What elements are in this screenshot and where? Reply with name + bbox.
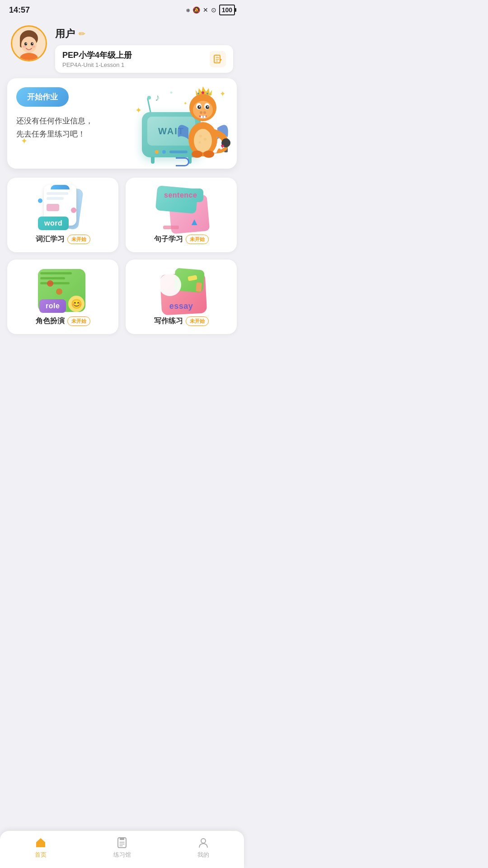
status-icons: ⎈ 🔕 ✕ ⊙ 100 xyxy=(186,5,235,15)
svg-point-4 xyxy=(24,42,27,46)
book-edit-icon[interactable] xyxy=(210,51,226,67)
book-title: PEP小学4年级上册 xyxy=(62,50,132,61)
svg-point-8 xyxy=(23,46,26,48)
svg-point-24 xyxy=(199,106,201,108)
sentence-card-illustration: sentence ▲ xyxy=(154,185,208,235)
essay-rect-2 xyxy=(196,283,202,292)
wave-line-1 xyxy=(40,272,72,274)
antenna-tip-left xyxy=(147,96,151,99)
profile-info: 用户 ✏ PEP小学4年级上册 PEP4A-Unit 1-Lesson 1 xyxy=(55,25,233,73)
sentence-label-text: 句子学习 xyxy=(154,235,183,244)
svg-point-32 xyxy=(194,129,212,152)
svg-point-9 xyxy=(32,46,35,48)
svg-point-25 xyxy=(207,106,209,108)
tv-btn-2 xyxy=(162,150,166,154)
wave-line-3 xyxy=(40,282,70,284)
vocabulary-status-badge: 未开始 xyxy=(67,235,90,244)
vocabulary-item[interactable]: word 词汇学习 未开始 xyxy=(7,178,118,252)
svg-rect-29 xyxy=(201,116,203,118)
essay-tag: essay xyxy=(154,302,208,311)
word-card-illustration: word xyxy=(36,185,90,235)
mute-icon: 🔕 xyxy=(192,6,200,14)
sentence-item[interactable]: sentence ▲ 句子学习 未开始 xyxy=(126,178,237,252)
tv-leg-left xyxy=(151,157,155,164)
username-row: 用户 ✏ xyxy=(55,27,233,41)
svg-point-35 xyxy=(192,151,202,158)
homework-no-info-text: 还没有任何作业信息，先去任务里练习吧！ xyxy=(16,115,116,141)
svg-point-7 xyxy=(32,43,33,44)
svg-rect-30 xyxy=(203,116,206,118)
svg-point-15 xyxy=(202,91,204,94)
status-bar: 14:57 ⎈ 🔕 ✕ ⊙ 100 xyxy=(0,0,244,18)
svg-point-28 xyxy=(203,111,206,114)
essay-label-text: 写作练习 xyxy=(154,316,183,326)
essay-circle xyxy=(159,274,181,296)
essay-label: 写作练习 未开始 xyxy=(154,316,209,326)
arrow-up: ▲ xyxy=(189,216,199,228)
essay-item[interactable]: essay 写作练习 未开始 xyxy=(126,259,237,334)
svg-point-17 xyxy=(206,93,208,94)
svg-point-39 xyxy=(199,142,201,144)
svg-point-3 xyxy=(21,37,37,53)
avatar-image xyxy=(12,27,46,60)
roleplay-status-badge: 未开始 xyxy=(67,316,90,326)
wifi-icon: ⊙ xyxy=(211,6,216,14)
tv-btn-1 xyxy=(155,150,159,154)
username-text: 用户 xyxy=(55,27,75,41)
roleplay-label: 角色扮演 未开始 xyxy=(36,316,90,326)
sparkle-2: ✦ xyxy=(183,101,187,106)
wave-lines xyxy=(40,272,79,287)
dot-blue xyxy=(38,198,42,203)
sentence-dash xyxy=(163,226,179,229)
antenna-left xyxy=(147,98,151,113)
sentence-label: 句子学习 未开始 xyxy=(154,235,209,244)
red-dot-2 xyxy=(56,288,62,295)
svg-point-16 xyxy=(197,93,199,94)
vocabulary-label-text: 词汇学习 xyxy=(36,235,65,244)
sentence-tag: sentence xyxy=(158,189,203,202)
status-time: 14:57 xyxy=(9,5,30,15)
dot-pink xyxy=(71,208,76,213)
svg-point-27 xyxy=(200,111,202,114)
tv-illustration: WAIT xyxy=(124,87,228,169)
avatar[interactable] xyxy=(11,25,47,61)
svg-point-38 xyxy=(204,138,206,141)
star-deco-2: ✦ xyxy=(21,136,28,146)
role-tag: role xyxy=(39,299,66,313)
phone-top-bar xyxy=(51,185,70,189)
svg-point-6 xyxy=(26,43,27,44)
bluetooth-icon: ⎈ xyxy=(186,6,190,14)
vocabulary-label: 词汇学习 未开始 xyxy=(36,235,90,244)
wave-line-2 xyxy=(40,277,65,279)
username-edit-icon[interactable]: ✏ xyxy=(79,29,85,39)
sentence-status-badge: 未开始 xyxy=(186,235,209,244)
face-circle: 😊 xyxy=(68,296,84,312)
homework-card: 开始作业 还没有任何作业信息，先去任务里练习吧！ ♪ ✦ ✦ ✦ WAIT xyxy=(7,78,237,169)
roleplay-label-text: 角色扮演 xyxy=(36,316,65,326)
svg-point-5 xyxy=(31,42,33,46)
sparkle-1: ✦ xyxy=(220,90,225,98)
essay-card-illustration: essay xyxy=(154,267,208,316)
book-subtitle: PEP4A-Unit 1-Lesson 1 xyxy=(62,61,132,68)
svg-point-36 xyxy=(203,151,214,158)
role-card-illustration: role 😊 xyxy=(36,267,90,316)
book-info-text: PEP小学4年级上册 PEP4A-Unit 1-Lesson 1 xyxy=(62,50,132,68)
battery-indicator: 100 xyxy=(219,5,235,15)
essay-status-badge: 未开始 xyxy=(186,316,209,326)
learning-grid-bottom: role 😊 角色扮演 未开始 essay 写作练习 未开始 xyxy=(0,259,244,334)
close-icon: ✕ xyxy=(203,6,208,14)
red-dot-1 xyxy=(47,280,53,287)
start-homework-button[interactable]: 开始作业 xyxy=(16,87,69,107)
word-tag: word xyxy=(38,217,69,230)
book-info-card[interactable]: PEP小学4年级上册 PEP4A-Unit 1-Lesson 1 xyxy=(55,45,233,73)
profile-section: 用户 ✏ PEP小学4年级上册 PEP4A-Unit 1-Lesson 1 xyxy=(0,18,244,78)
svg-point-37 xyxy=(199,135,202,137)
learning-grid-top: word 词汇学习 未开始 sentence ▲ 句子学习 未开始 xyxy=(0,178,244,252)
roleplay-item[interactable]: role 😊 角色扮演 未开始 xyxy=(7,259,118,334)
